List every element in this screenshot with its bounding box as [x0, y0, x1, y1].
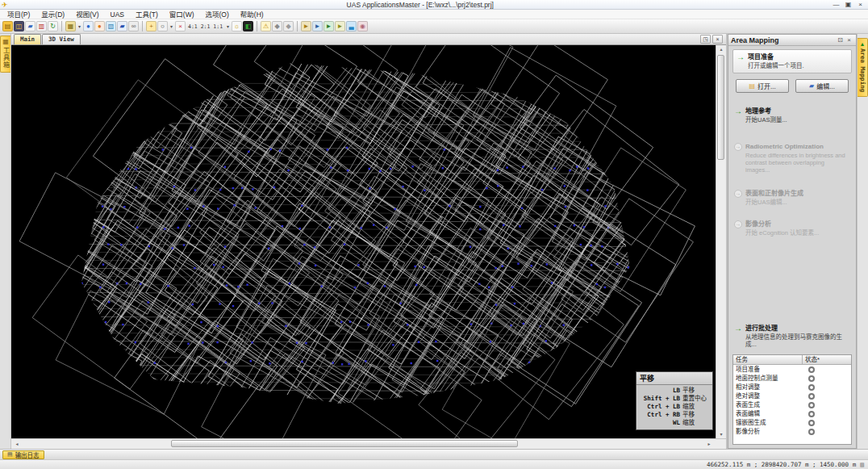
task-row[interactable]: 影像分析: [733, 427, 851, 436]
tab-main[interactable]: Main: [14, 34, 41, 44]
toolbox-side-tab[interactable]: ▦ 工具箱: [0, 36, 10, 73]
horizontal-scroll-thumb[interactable]: [171, 440, 518, 447]
task-row[interactable]: 相对调整: [733, 383, 851, 392]
close-button[interactable]: ×: [854, 0, 866, 9]
float-window-icon[interactable]: ◳: [700, 35, 711, 44]
stamp-accept-icon[interactable]: ◆: [272, 21, 282, 31]
legend-row: Ctrl + RB平移: [636, 411, 710, 419]
section-project-preparation[interactable]: → 项目准备 打开或编辑一个项目.: [732, 49, 852, 73]
gray-arrow-icon: →: [734, 220, 742, 228]
menu-item[interactable]: 窗口(W): [164, 10, 200, 19]
title-bar: ✈ UAS ApplicationsMaster - [E:\wxz\...\p…: [0, 0, 868, 10]
report-icon[interactable]: ▥: [36, 21, 47, 31]
scroll-left-icon[interactable]: ◂: [13, 439, 21, 449]
panel-close-icon[interactable]: ×: [845, 36, 853, 44]
panel-title: Area Mapping: [731, 36, 836, 44]
zoom-ratios[interactable]: 4:1 2:1 1:1: [186, 23, 224, 30]
classification-layers-dropdown-icon[interactable]: ▾: [77, 23, 82, 29]
status-pending-icon: [808, 402, 815, 408]
task-row[interactable]: 镶嵌图生成: [733, 418, 851, 427]
horizontal-scrollbar[interactable]: ◂ ▸: [11, 438, 726, 449]
column-header-status[interactable]: 状态*: [803, 355, 851, 364]
panel-body: → 项目准备 打开或编辑一个项目. ▤ 打开... ▰ 编辑... →: [728, 46, 856, 448]
zoom-ratios-dropdown-icon[interactable]: ▾: [225, 23, 231, 29]
minimize-button[interactable]: —: [830, 0, 842, 9]
task-row[interactable]: 项目准备: [733, 365, 851, 374]
legend-row: Ctrl + LB缩放: [636, 403, 710, 411]
menu-item[interactable]: 工具(T): [130, 10, 164, 19]
scroll-down-icon[interactable]: ▾: [716, 430, 726, 438]
edit-button[interactable]: ▰ 编辑...: [795, 79, 849, 93]
dem-database-icon[interactable]: ▃: [346, 21, 357, 31]
toolbar-separator: [142, 21, 143, 31]
section-image-analysis: → 影像分析 开始 eCognition 认知要素...: [732, 220, 852, 237]
section-subtitle: 打开或编辑一个项目.: [748, 62, 804, 69]
tab-3d-view[interactable]: 3D View: [42, 34, 81, 44]
stereo-glasses-icon[interactable]: ∞: [128, 21, 139, 31]
scroll-up-icon[interactable]: ▴: [716, 45, 726, 53]
batch-ortho-icon[interactable]: ►: [323, 21, 334, 31]
output-log-tab[interactable]: ▤ 输出日志: [2, 450, 44, 459]
task-status-table: 任务 状态* 项目准备地面控制点测量相对调整绝对调整表面生成表面编辑镶嵌图生成影…: [732, 354, 852, 445]
close-view-icon[interactable]: ×: [712, 35, 723, 44]
section-surface-ortho-generation: → 表面和正射像片生成 开始UAS编辑...: [732, 190, 852, 206]
log-icon: ▤: [7, 451, 13, 458]
save-icon[interactable]: ◫: [14, 21, 24, 31]
menu-item[interactable]: 项目(P): [2, 10, 35, 19]
scroll-right-icon[interactable]: ▸: [705, 439, 713, 449]
maximize-button[interactable]: ▣: [842, 0, 854, 9]
pin-icon[interactable]: ⊡: [836, 36, 845, 44]
menu-item[interactable]: 选项(O): [200, 10, 235, 19]
menu-item[interactable]: 显示(D): [35, 10, 70, 19]
menu-item[interactable]: 视图(V): [70, 10, 104, 19]
edit-project-icon[interactable]: ▰: [25, 21, 35, 31]
document-area: Main 3D View ◳ × 平移 LB平移Shift + LB重置中心Ct…: [11, 34, 726, 449]
batch-dsm-icon[interactable]: ►: [312, 21, 323, 31]
status-pending-icon: [808, 384, 815, 391]
task-row[interactable]: 地面控制点测量: [733, 374, 851, 383]
open-icon[interactable]: ▤: [2, 21, 13, 31]
batch-georeference-icon[interactable]: ►: [301, 21, 311, 31]
toolbar-separator: [297, 21, 298, 31]
section-subtitle: 开始UAS测量...: [745, 116, 787, 124]
map-viewport[interactable]: 平移 LB平移Shift + LB重置中心Ctrl + LB缩放Ctrl + R…: [11, 45, 716, 438]
open-button[interactable]: ▤ 打开...: [736, 79, 789, 93]
zoom-magnifier-icon[interactable]: ○: [157, 21, 168, 31]
task-row[interactable]: 表面编辑: [733, 409, 851, 418]
green-arrow-icon: →: [734, 325, 742, 348]
status-pending-icon: [808, 393, 815, 400]
section-georeferencing[interactable]: → 地理参考 开始UAS测量...: [732, 107, 852, 124]
refresh-icon[interactable]: ↻: [48, 21, 58, 31]
left-dock-strip: ▦ 工具箱: [0, 34, 11, 449]
warning-icon[interactable]: ⚠: [261, 21, 271, 31]
status-pending-icon: [808, 366, 815, 373]
key-icon[interactable]: ☼: [232, 21, 242, 31]
section-title: 进行批处理: [745, 325, 850, 333]
status-bar: 466252.115 m ; 2898420.707 m ; 1450.000 …: [0, 459, 868, 469]
task-row[interactable]: 绝对调整: [733, 392, 851, 400]
gray-arrow-icon: →: [734, 190, 742, 198]
classification-layers-icon[interactable]: ▦: [65, 21, 76, 31]
pan-hand-icon[interactable]: +: [146, 21, 156, 31]
contrast-icon[interactable]: ◧: [243, 21, 253, 31]
image-analysis-icon[interactable]: ◉: [357, 21, 368, 31]
menu-item[interactable]: UAS: [105, 10, 130, 19]
batch-mosaic-icon[interactable]: ►: [335, 21, 345, 31]
section-title: 表面和正射像片生成: [745, 190, 803, 198]
globe-view-icon[interactable]: ●: [83, 21, 94, 31]
column-header-task[interactable]: 任务: [733, 355, 803, 364]
task-table-body: 项目准备地面控制点测量相对调整绝对调整表面生成表面编辑镶嵌图生成影像分析: [733, 365, 851, 436]
vertical-scroll-thumb[interactable]: [717, 55, 724, 160]
area-mapping-side-tab[interactable]: ▲ Area Mapping: [858, 38, 868, 97]
terrain-sphere-icon[interactable]: ●: [94, 21, 105, 31]
toolbox-tab-label: 工具箱: [2, 47, 10, 69]
zoom-extents-icon[interactable]: ×: [175, 21, 186, 31]
section-batch-processing[interactable]: → 进行批处理 从地理信息的处理到马赛克图像的生成...: [732, 325, 852, 348]
zoom-magnifier-dropdown-icon[interactable]: ▾: [169, 23, 174, 29]
ortho-image-icon[interactable]: ▧: [106, 21, 116, 31]
menu-item[interactable]: 帮助(H): [235, 10, 269, 19]
task-row[interactable]: 表面生成: [733, 400, 851, 409]
stamp-reject-icon[interactable]: ◆: [283, 21, 294, 31]
vertical-scrollbar[interactable]: ▴ ▾: [716, 45, 726, 438]
digitize-pen-icon[interactable]: ▰: [117, 21, 127, 31]
